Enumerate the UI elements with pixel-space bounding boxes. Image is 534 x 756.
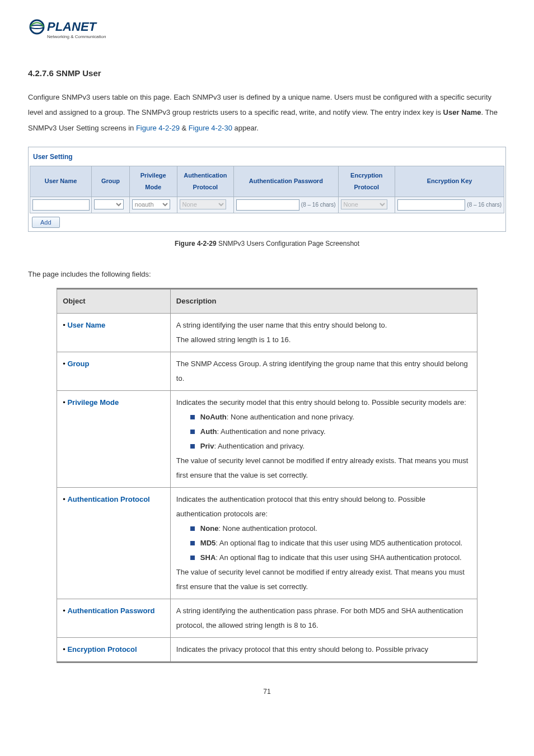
logo: PLANET Networking & Communication	[28, 17, 506, 49]
intro-bold: User Name	[443, 108, 481, 116]
authproto-item1-b: None	[200, 524, 219, 533]
user-setting-panel: User Setting User Name Group Privilege M…	[28, 147, 506, 232]
page-number: 71	[28, 685, 506, 698]
col-privmode: Privilege Mode	[129, 166, 177, 197]
obj-group: Group	[67, 360, 89, 368]
privmode-select[interactable]: noauth	[132, 199, 170, 209]
user-setting-row: noauth None (8 – 16 chars) None (8 – 16 …	[30, 197, 504, 213]
authpw-hint: (8 – 16 chars)	[301, 199, 336, 210]
obj-authpw: Authentication Password	[67, 606, 154, 615]
enckey-input[interactable]	[397, 199, 465, 211]
enckey-hint: (8 – 16 chars)	[467, 199, 502, 210]
square-bullet-icon	[190, 541, 195, 545]
group-select[interactable]	[94, 199, 124, 209]
square-bullet-icon	[190, 556, 195, 560]
figure-caption-text: SNMPv3 Users Configuration Page Screensh…	[217, 240, 359, 248]
privmode-intro: Indicates the security model that this e…	[176, 395, 471, 410]
col-encproto: Encryption Protocol	[338, 166, 395, 197]
privmode-item2-t: : Authentication and none privacy.	[217, 427, 325, 436]
square-bullet-icon	[190, 430, 195, 434]
desc-authpw: A string identifying the authentication …	[176, 604, 471, 633]
privmode-item1-b: NoAuth	[200, 413, 227, 421]
desc-encproto: Indicates the privacy protocol that this…	[176, 642, 471, 657]
row-encproto: • Encryption Protocol Indicates the priv…	[57, 637, 477, 662]
intro-amp: &	[180, 124, 189, 132]
intro-paragraph: Configure SNMPv3 users table on this pag…	[28, 90, 506, 136]
privmode-item2-b: Auth	[200, 427, 217, 436]
row-privmode: • Privilege Mode Indicates the security …	[57, 390, 477, 487]
user-setting-table: User Name Group Privilege Mode Authentic…	[30, 166, 504, 213]
obj-authproto: Authentication Protocol	[67, 495, 149, 503]
obj-username: User Name	[67, 321, 105, 329]
username-input[interactable]	[32, 199, 90, 211]
fields-header-object: Object	[57, 288, 171, 313]
authproto-item2-b: MD5	[200, 539, 216, 547]
figure-link-29[interactable]: Figure 4-2-29	[136, 124, 180, 132]
figure-caption: Figure 4-2-29 SNMPv3 Users Configuration…	[28, 237, 506, 250]
fields-intro: The page includes the following fields:	[28, 267, 506, 282]
authproto-select[interactable]: None	[180, 199, 226, 209]
encproto-select[interactable]: None	[341, 199, 387, 209]
add-button[interactable]: Add	[32, 217, 60, 228]
figure-link-30[interactable]: Figure 4-2-30	[189, 124, 232, 132]
col-authpw: Authentication Password	[234, 166, 338, 197]
authproto-outro: The value of security level cannot be mo…	[176, 565, 471, 594]
col-group: Group	[92, 166, 130, 197]
privmode-item1-t: : None authentication and none privacy.	[227, 413, 354, 421]
row-authpw: • Authentication Password A string ident…	[57, 599, 477, 637]
col-enckey: Encryption Key	[395, 166, 504, 197]
authproto-item1-t: : None authentication protocol.	[218, 524, 317, 533]
obj-encproto: Encryption Protocol	[67, 645, 137, 654]
square-bullet-icon	[190, 415, 195, 419]
authpw-input[interactable]	[236, 199, 299, 211]
desc-username-1: A string identifying the user name that …	[176, 318, 471, 333]
authproto-intro: Indicates the authentication protocol th…	[176, 492, 471, 521]
row-group: • Group The SNMP Access Group. A string …	[57, 352, 477, 390]
user-setting-legend: User Setting	[30, 148, 504, 166]
figure-caption-label: Figure 4-2-29	[175, 240, 217, 248]
logo-brand: PLANET	[47, 20, 97, 34]
desc-group: The SNMP Access Group. A string identify…	[176, 357, 471, 386]
obj-privmode: Privilege Mode	[67, 398, 119, 407]
authproto-item3-b: SHA	[200, 553, 216, 562]
authproto-item2-t: : An optional flag to indicate that this…	[216, 539, 462, 547]
row-username: • User Name A string identifying the use…	[57, 313, 477, 352]
col-username: User Name	[30, 166, 92, 197]
privmode-item3-t: : Authentication and privacy.	[214, 442, 305, 450]
fields-table: Object Description • User Name A string …	[57, 288, 477, 663]
authproto-item3-t: : An optional flag to indicate that this…	[216, 553, 461, 562]
intro-text-1: Configure SNMPv3 users table on this pag…	[28, 93, 491, 116]
logo-tagline: Networking & Communication	[47, 34, 106, 39]
row-authproto: • Authentication Protocol Indicates the …	[57, 487, 477, 599]
section-heading: 4.2.7.6 SNMP User	[28, 66, 506, 82]
svg-point-1	[30, 25, 44, 29]
intro-text-3: appear.	[232, 124, 259, 132]
col-authproto: Authentication Protocol	[177, 166, 234, 197]
desc-username-2: The allowed string length is 1 to 16.	[176, 333, 471, 347]
square-bullet-icon	[190, 444, 195, 449]
privmode-outro: The value of security level cannot be mo…	[176, 454, 471, 483]
square-bullet-icon	[190, 526, 195, 531]
privmode-item3-b: Priv	[200, 442, 214, 450]
fields-header-desc: Description	[170, 288, 477, 313]
